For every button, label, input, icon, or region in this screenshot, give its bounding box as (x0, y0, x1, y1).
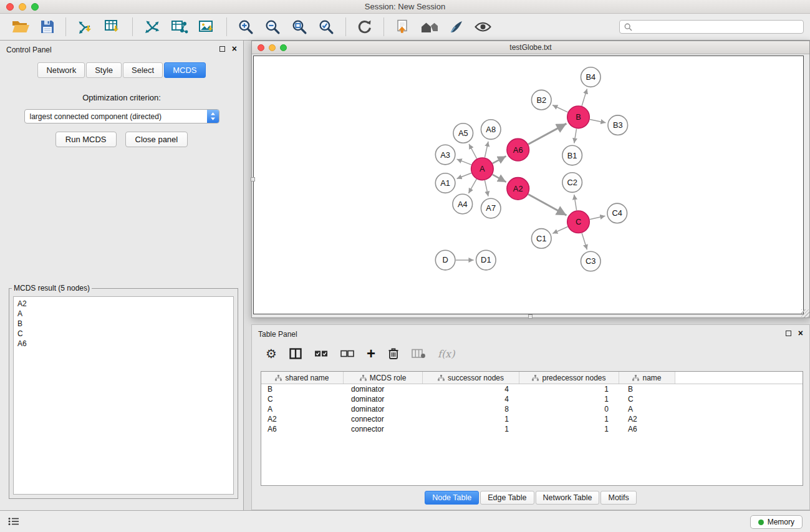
node-A2[interactable]: A2 (507, 178, 529, 200)
dropdown-stepper-icon[interactable] (207, 110, 219, 123)
save-session-button[interactable] (37, 18, 58, 36)
edge-A-A3[interactable] (457, 159, 471, 165)
home-button[interactable] (417, 18, 442, 36)
network-window-titlebar[interactable]: testGlobe.txt (252, 41, 809, 54)
edge-C-C1[interactable] (552, 226, 567, 233)
result-item[interactable]: A2 (17, 299, 229, 309)
show-hide-button[interactable] (471, 19, 495, 35)
node-A[interactable]: A (471, 158, 494, 180)
close-panel-icon[interactable]: × (232, 46, 237, 52)
edge-B-B4[interactable] (582, 89, 587, 105)
delete-column-button[interactable] (388, 347, 399, 360)
memory-button[interactable]: Memory (750, 515, 803, 529)
tab-mcds[interactable]: MCDS (164, 62, 205, 78)
node-B3[interactable]: B3 (608, 115, 628, 135)
tab-motifs[interactable]: Motifs (600, 491, 636, 505)
network-canvas-area[interactable]: AA1A2A3A4A5A6A7A8BB1B2B3B4CC1C2C3C4DD1 (253, 56, 804, 314)
node-B2[interactable]: B2 (531, 90, 551, 110)
style-brush-button[interactable] (446, 18, 467, 36)
edge-B-B1[interactable] (574, 128, 577, 143)
function-builder-button[interactable]: f(x) (438, 348, 455, 360)
edge-C-C4[interactable] (590, 216, 605, 219)
table-row[interactable]: Adominator80A (261, 404, 803, 414)
node-B[interactable]: B (567, 106, 590, 128)
import-network-from-file-button[interactable] (74, 17, 97, 36)
edge-A2-C[interactable] (528, 194, 566, 215)
node-B1[interactable]: B1 (562, 145, 582, 165)
network-close-button[interactable] (258, 44, 264, 51)
mcds-result-list[interactable]: A2ABCA6 (13, 296, 234, 495)
edge-C-C3[interactable] (582, 233, 587, 249)
column-header-successor-nodes[interactable]: successor nodes (423, 372, 519, 384)
resize-handle-bottom[interactable] (528, 314, 533, 319)
resize-handle-left[interactable] (251, 177, 255, 181)
show-columns-button[interactable] (289, 348, 302, 359)
node-D1[interactable]: D1 (476, 250, 496, 270)
tab-node-table[interactable]: Node Table (425, 491, 479, 505)
tab-network-table[interactable]: Network Table (536, 491, 600, 505)
edge-A-A1[interactable] (457, 173, 471, 179)
node-A3[interactable]: A3 (435, 145, 455, 165)
zoom-out-button[interactable] (261, 17, 284, 37)
table-row[interactable]: Cdominator41C (261, 394, 803, 404)
tab-edge-table[interactable]: Edge Table (480, 491, 534, 505)
resize-grip[interactable] (801, 309, 809, 317)
delete-table-button[interactable] (412, 349, 425, 359)
edge-B-B3[interactable] (590, 120, 605, 123)
search-input[interactable] (635, 22, 799, 31)
close-window-button[interactable] (6, 3, 14, 11)
result-item[interactable]: A (17, 309, 229, 319)
import-table-from-file-button[interactable] (101, 17, 125, 36)
node-A7[interactable]: A7 (481, 198, 501, 218)
node-A5[interactable]: A5 (453, 123, 473, 143)
edge-A-A7[interactable] (485, 180, 488, 196)
node-C[interactable]: C (567, 211, 590, 233)
node-A8[interactable]: A8 (481, 120, 501, 140)
node-A4[interactable]: A4 (453, 194, 473, 214)
table-row[interactable]: Bdominator41B (261, 384, 803, 394)
node-C1[interactable]: C1 (531, 229, 551, 249)
node-A1[interactable]: A1 (435, 173, 455, 193)
result-item[interactable]: A6 (17, 339, 229, 349)
node-D[interactable]: D (435, 250, 455, 270)
criterion-dropdown[interactable]: largest connected component (directed) (24, 109, 219, 123)
tab-network[interactable]: Network (37, 62, 85, 78)
close-panel-icon[interactable]: × (798, 330, 803, 336)
edge-B-B2[interactable] (552, 105, 567, 112)
node-C4[interactable]: C4 (607, 203, 627, 223)
node-C3[interactable]: C3 (581, 251, 600, 271)
edge-A-A2[interactable] (493, 175, 506, 182)
network-zoom-button[interactable] (280, 44, 287, 51)
add-column-button[interactable]: + (367, 347, 375, 360)
select-all-columns-button[interactable] (314, 350, 328, 357)
column-header-predecessor-nodes[interactable]: predecessor nodes (519, 372, 619, 384)
table-row[interactable]: A2connector11A2 (261, 414, 803, 424)
edge-A-A6[interactable] (493, 156, 506, 163)
edge-A6-B[interactable] (528, 123, 566, 144)
new-network-from-table-button[interactable] (168, 17, 191, 36)
run-mcds-button[interactable]: Run MCDS (55, 132, 117, 147)
open-session-button[interactable] (8, 18, 33, 36)
close-panel-button[interactable]: Close panel (125, 132, 188, 147)
network-canvas[interactable]: AA1A2A3A4A5A6A7A8BB1B2B3B4CC1C2C3C4DD1 (254, 56, 803, 314)
tab-style[interactable]: Style (86, 62, 122, 78)
result-item[interactable]: C (17, 329, 229, 339)
float-panel-icon[interactable] (786, 331, 791, 336)
minimize-window-button[interactable] (19, 3, 26, 11)
duplicate-network-button[interactable] (392, 17, 413, 36)
float-panel-icon[interactable] (219, 46, 225, 52)
export-image-button[interactable] (195, 18, 219, 36)
deselect-all-columns-button[interactable] (340, 350, 354, 357)
edge-A-A5[interactable] (469, 144, 476, 158)
node-C2[interactable]: C2 (562, 173, 582, 193)
table-settings-button[interactable]: ⚙ (266, 347, 277, 360)
zoom-in-button[interactable] (234, 17, 258, 37)
table-row[interactable]: A6connector11A6 (261, 424, 803, 434)
edge-C-C2[interactable] (574, 195, 577, 210)
task-history-button[interactable] (8, 517, 19, 528)
node-B4[interactable]: B4 (581, 67, 600, 87)
zoom-selected-button[interactable] (315, 17, 338, 37)
zoom-window-button[interactable] (31, 3, 39, 11)
column-header-mcds-role[interactable]: MCDS role (344, 372, 423, 384)
node-A6[interactable]: A6 (507, 138, 529, 161)
